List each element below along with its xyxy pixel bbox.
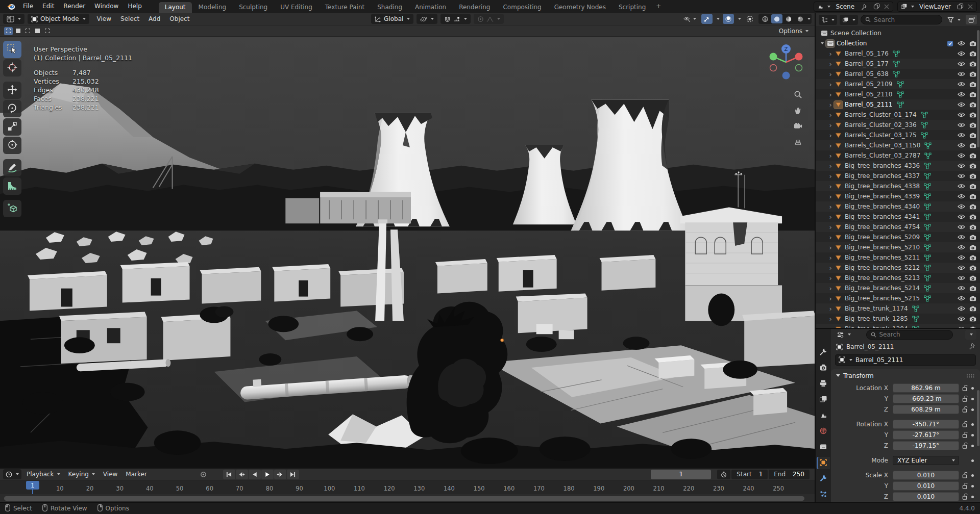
lock-icon[interactable] (961, 385, 970, 391)
viewport-menu-item[interactable]: Object (165, 13, 194, 25)
animate-property-dot[interactable] (970, 474, 976, 477)
expand-chevron-icon[interactable]: › (827, 305, 834, 313)
animate-property-dot[interactable] (970, 445, 976, 447)
expand-chevron-icon[interactable]: › (827, 162, 834, 170)
navigation-gizmo[interactable]: Z (766, 42, 806, 83)
shading-material-button[interactable] (783, 14, 794, 23)
outliner-item[interactable]: › Barrels_Cluster_03_2787 (816, 150, 980, 161)
outliner-item[interactable]: › Barrels_Cluster_03_1150 (816, 140, 980, 150)
workspace-tab[interactable]: Geometry Nodes (548, 2, 612, 13)
disable-render-camera-icon[interactable] (968, 112, 977, 118)
disable-render-camera-icon[interactable] (968, 194, 977, 199)
expand-chevron-icon[interactable]: › (827, 223, 834, 231)
disable-render-camera-icon[interactable] (968, 204, 977, 210)
expand-chevron-icon[interactable]: › (827, 101, 834, 109)
workspace-tab[interactable]: Shading (371, 2, 408, 13)
lock-icon[interactable] (961, 443, 970, 449)
outliner-item[interactable]: › Big_tree_branches_4754 (816, 222, 980, 232)
shading-wireframe-button[interactable] (760, 14, 771, 23)
shading-solid-button[interactable] (771, 14, 782, 23)
gizmos-toggle[interactable] (701, 14, 713, 24)
disable-render-camera-icon[interactable] (968, 224, 977, 230)
outliner-item[interactable]: › Big_tree_trunk_1294 (816, 324, 980, 328)
animate-property-dot[interactable] (970, 398, 976, 400)
tool-button[interactable] (3, 118, 21, 136)
workspace-tab[interactable]: Scripting (612, 2, 652, 13)
outliner-item[interactable]: › Barrels_Cluster_01_174 (816, 110, 980, 120)
hide-eye-icon[interactable] (957, 235, 966, 240)
transform-value-field[interactable]: -197.15° (893, 441, 959, 450)
expand-chevron-icon[interactable]: › (827, 274, 834, 282)
transform-value-field[interactable]: XYZ Euler (893, 456, 959, 465)
pin-icon[interactable] (860, 3, 868, 10)
transform-value-field[interactable]: 0.010 (893, 481, 959, 491)
disable-render-camera-icon[interactable] (968, 184, 977, 189)
topbar-menu-item[interactable]: File (18, 0, 38, 13)
unlink-scene-icon[interactable] (883, 3, 891, 10)
outliner-item[interactable]: › Big_tree_branches_5210 (816, 242, 980, 252)
disable-render-camera-icon[interactable] (968, 316, 977, 322)
hide-eye-icon[interactable] (957, 92, 966, 97)
animate-property-dot[interactable] (970, 485, 976, 487)
expand-chevron-icon[interactable]: › (827, 70, 834, 78)
workspace-tab[interactable]: Compositing (497, 2, 547, 13)
outliner-editor-type-button[interactable] (819, 15, 837, 25)
outliner-item[interactable]: › Big_tree_branches_5211 (816, 252, 980, 263)
topbar-menu-item[interactable]: Render (59, 0, 90, 13)
hide-eye-icon[interactable] (957, 184, 966, 189)
hide-eye-icon[interactable] (957, 214, 966, 219)
expand-chevron-icon[interactable]: › (827, 315, 834, 323)
expand-chevron-icon[interactable]: › (827, 121, 834, 129)
select-mode-subtract[interactable] (23, 27, 32, 35)
snapping-controls[interactable] (440, 14, 471, 24)
disable-render-camera-icon[interactable] (968, 61, 977, 67)
disable-render-camera-icon[interactable] (968, 143, 977, 148)
expand-chevron-icon[interactable]: › (827, 325, 834, 328)
expand-chevron-icon[interactable]: › (827, 193, 834, 200)
disable-render-camera-icon[interactable] (968, 102, 977, 108)
shading-rendered-button[interactable] (795, 14, 806, 23)
hide-eye-icon[interactable] (957, 82, 966, 87)
hide-eye-icon[interactable] (957, 51, 966, 56)
scene-collection-row[interactable]: Scene Collection (816, 28, 980, 38)
outliner-display-mode-button[interactable] (840, 15, 858, 25)
jump-to-start-button[interactable] (223, 470, 235, 479)
transform-value-field[interactable]: 0.010 (893, 492, 959, 501)
hide-eye-icon[interactable] (957, 163, 966, 168)
outliner-item[interactable]: › Barrel_05_2110 (816, 89, 980, 99)
properties-tab[interactable] (817, 362, 830, 374)
select-mode-new[interactable] (4, 27, 13, 35)
collection-checkbox[interactable] (946, 40, 954, 47)
expand-chevron-icon[interactable]: › (827, 244, 834, 251)
timeline-ruler[interactable]: 1 10203040506070809010011012013014015016… (0, 480, 815, 494)
new-scene-copy-icon[interactable] (872, 3, 880, 10)
transform-panel-header[interactable]: Transform (831, 369, 980, 382)
disable-render-camera-icon[interactable] (968, 326, 977, 328)
gizmos-dropdown-icon[interactable] (717, 18, 720, 20)
transform-value-field[interactable]: 608.29 m (893, 405, 959, 414)
outliner-item[interactable]: › Barrels_Cluster_02_336 (816, 120, 980, 130)
lock-icon[interactable] (961, 396, 970, 402)
mode-dropdown[interactable]: Object Mode (28, 14, 89, 24)
previous-keyframe-button[interactable] (236, 470, 248, 479)
timeline-editor-type-button[interactable] (3, 469, 21, 479)
outliner-item[interactable]: › Big_tree_branches_5214 (816, 283, 980, 293)
transform-value-field[interactable]: -669.23 m (893, 394, 959, 403)
expand-chevron-icon[interactable]: › (827, 295, 834, 302)
tool-button[interactable] (3, 200, 21, 217)
animate-property-dot[interactable] (970, 408, 976, 411)
timeline-menu-item[interactable]: Keying (64, 471, 99, 478)
expand-chevron-icon[interactable]: › (827, 81, 834, 88)
properties-scrollbar[interactable] (977, 390, 979, 446)
play-button[interactable] (261, 470, 274, 479)
disable-render-camera-icon[interactable] (968, 235, 977, 240)
properties-tab[interactable] (817, 441, 830, 453)
lock-icon[interactable] (961, 494, 970, 500)
disable-render-camera-icon[interactable] (968, 306, 977, 312)
scene-selector[interactable]: Scene (814, 2, 893, 12)
tool-button[interactable] (3, 82, 21, 99)
outliner-item[interactable]: › Barrels_Cluster_03_175 (816, 130, 980, 140)
start-frame-field[interactable]: Start 1 (731, 470, 768, 479)
animate-property-dot[interactable] (970, 434, 976, 436)
hide-eye-icon[interactable] (957, 61, 966, 66)
